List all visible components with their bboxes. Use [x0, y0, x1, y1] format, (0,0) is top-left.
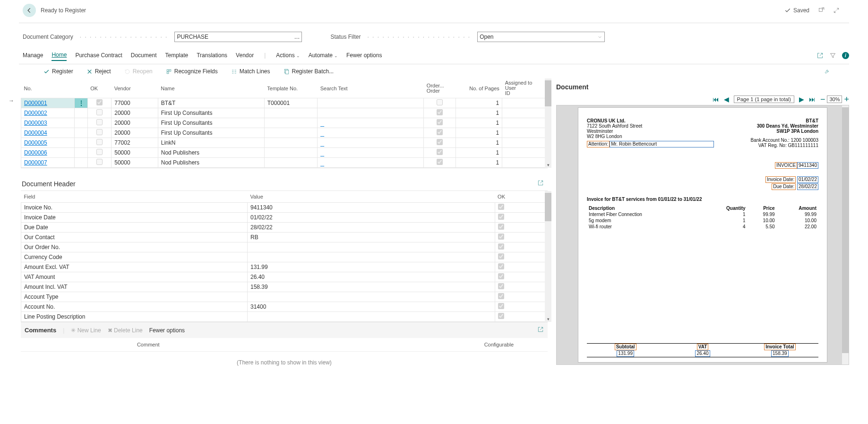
grid-scrollbar[interactable]: ▾	[545, 78, 551, 168]
header-row[interactable]: Amount Incl. VAT158.39	[21, 282, 548, 292]
order-checkbox[interactable]	[437, 99, 443, 105]
table-row[interactable]: D00000750000Nod Publishers_1	[21, 158, 548, 168]
row-menu-button[interactable]	[74, 118, 87, 128]
filter-icon[interactable]	[829, 52, 836, 59]
register-batch-button[interactable]: Register Batch...	[284, 68, 334, 75]
ok-checkbox[interactable]	[96, 119, 103, 125]
hok-checkbox[interactable]	[498, 283, 504, 289]
doc-no-link[interactable]: D000003	[24, 120, 47, 126]
comments-fewer-options[interactable]: Fewer options	[149, 327, 185, 334]
header-row[interactable]: Invoice Date01/02/22	[21, 213, 548, 223]
header-row[interactable]: Account Type	[21, 292, 548, 302]
header-row[interactable]: Due Date28/02/22	[21, 223, 548, 233]
next-page-button[interactable]: ▶	[799, 95, 804, 103]
document-viewer[interactable]: CRONUS UK Ltd. 7122 South Ashford Street…	[556, 105, 849, 365]
document-header-grid[interactable]: Field Value OK Invoice No.9411340Invoice…	[21, 191, 548, 322]
match-lines-button[interactable]: Match Lines	[231, 68, 270, 75]
share-icon[interactable]	[816, 52, 824, 59]
ok-checkbox[interactable]	[96, 149, 103, 155]
col-pages[interactable]: No. of Pages	[455, 78, 502, 98]
popout-icon[interactable]	[818, 7, 825, 14]
tab-vendor[interactable]: Vendor	[236, 50, 254, 61]
hok-checkbox[interactable]	[498, 234, 504, 240]
ok-checkbox[interactable]	[96, 139, 103, 145]
hok-checkbox[interactable]	[498, 214, 504, 220]
tab-automate[interactable]: Automate⌄	[309, 50, 338, 61]
tab-manage[interactable]: Manage	[23, 50, 43, 61]
col-search[interactable]: Search Text	[318, 78, 424, 98]
header-scrollbar[interactable]: ▾	[545, 191, 551, 322]
tab-template[interactable]: Template	[165, 50, 188, 61]
reject-button[interactable]: Reject	[86, 68, 111, 75]
order-checkbox[interactable]	[437, 119, 443, 125]
doc-no-link[interactable]: D000004	[24, 130, 47, 136]
hok-checkbox[interactable]	[498, 303, 504, 309]
row-menu-button[interactable]	[74, 138, 87, 148]
zoom-in-button[interactable]: +	[844, 96, 849, 102]
ok-checkbox[interactable]	[96, 109, 103, 115]
row-menu-button[interactable]	[74, 148, 87, 158]
col-ok[interactable]: OK	[87, 78, 112, 98]
prev-page-button[interactable]: ◀	[724, 95, 729, 103]
table-row[interactable]: D000001⋮77000BT&TT0000011	[21, 98, 548, 108]
order-checkbox[interactable]	[437, 129, 443, 135]
table-row[interactable]: D00000650000Nod Publishers_1	[21, 148, 548, 158]
hok-checkbox[interactable]	[498, 273, 504, 279]
order-checkbox[interactable]	[437, 109, 443, 115]
row-menu-button[interactable]	[74, 108, 87, 118]
header-row[interactable]: Our Order No.	[21, 242, 548, 252]
status-filter-select[interactable]: Open	[477, 32, 605, 42]
hok-checkbox[interactable]	[498, 263, 504, 269]
last-page-button[interactable]: ⏭	[809, 95, 816, 103]
info-icon[interactable]: i	[842, 52, 849, 59]
hok-checkbox[interactable]	[498, 253, 504, 260]
header-row[interactable]: Our ContactRB	[21, 233, 548, 242]
doc-no-link[interactable]: D000007	[24, 159, 47, 166]
recognize-fields-button[interactable]: Recognize Fields	[166, 68, 218, 75]
order-checkbox[interactable]	[437, 149, 443, 155]
back-button[interactable]	[23, 4, 36, 17]
ok-checkbox[interactable]	[96, 159, 103, 165]
hok-checkbox[interactable]	[498, 293, 504, 299]
tab-actions[interactable]: Actions⌄	[276, 50, 300, 61]
col-value[interactable]: Value	[248, 191, 495, 203]
header-row[interactable]: Invoice No.9411340	[21, 203, 548, 213]
tab-home[interactable]: Home	[52, 50, 67, 61]
document-grid[interactable]: No. OK Vendor Name Template No. Search T…	[21, 78, 548, 168]
share-header-icon[interactable]	[537, 180, 544, 188]
header-row[interactable]: Account No.31400	[21, 302, 548, 312]
doc-no-link[interactable]: D000001	[24, 100, 47, 106]
header-row[interactable]: Currency Code	[21, 252, 548, 262]
doc-no-link[interactable]: D000005	[24, 139, 47, 146]
header-row[interactable]: Line Posting Description	[21, 312, 548, 322]
tab-document[interactable]: Document	[131, 50, 157, 61]
col-order[interactable]: Order...Order	[424, 78, 456, 98]
order-checkbox[interactable]	[437, 139, 443, 145]
order-checkbox[interactable]	[437, 159, 443, 165]
col-name[interactable]: Name	[158, 78, 264, 98]
col-comment[interactable]: Comment	[26, 342, 270, 347]
table-row[interactable]: D00000220000First Up Consultants1	[21, 108, 548, 118]
header-row[interactable]: Amount Excl. VAT131.99	[21, 262, 548, 272]
ok-checkbox[interactable]	[96, 99, 103, 105]
first-page-button[interactable]: ⏮	[713, 95, 719, 103]
row-menu-button[interactable]: ⋮	[74, 98, 87, 108]
customize-icon[interactable]	[824, 69, 830, 75]
tab-translations[interactable]: Translations	[197, 50, 227, 61]
expand-icon[interactable]	[833, 7, 840, 14]
row-menu-button[interactable]	[74, 128, 87, 138]
col-field[interactable]: Field	[21, 191, 248, 203]
hok-checkbox[interactable]	[498, 204, 504, 210]
col-hok[interactable]: OK	[495, 191, 547, 203]
col-template[interactable]: Template No.	[264, 78, 318, 98]
col-configurable[interactable]: Configurable	[270, 342, 542, 347]
doc-no-link[interactable]: D000002	[24, 110, 47, 116]
hok-checkbox[interactable]	[498, 224, 504, 230]
hok-checkbox[interactable]	[498, 313, 504, 319]
header-row[interactable]: VAT Amount26.40	[21, 272, 548, 282]
hok-checkbox[interactable]	[498, 243, 504, 250]
col-assigned[interactable]: Assigned to UserID	[502, 78, 548, 98]
tab-fewer-options[interactable]: Fewer options	[346, 50, 382, 61]
zoom-out-button[interactable]: −	[820, 96, 825, 102]
register-button[interactable]: Register	[43, 68, 73, 75]
